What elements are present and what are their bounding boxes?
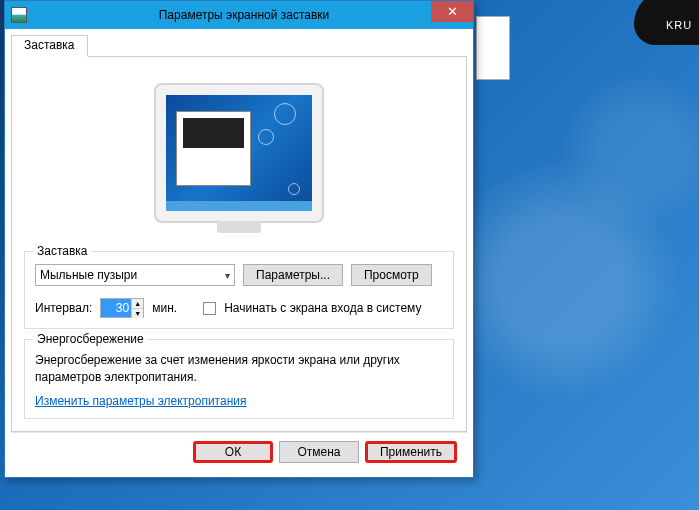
power-description: Энергосбережение за счет изменения яркос… bbox=[35, 352, 443, 386]
tabstrip: Заставка bbox=[11, 35, 467, 57]
tab-page: Заставка Мыльные пузыри ▾ Параметры... П… bbox=[11, 57, 467, 432]
power-group: Энергосбережение Энергосбережение за сче… bbox=[24, 339, 454, 419]
spinner-down-icon[interactable]: ▼ bbox=[132, 309, 143, 318]
login-checkbox-label: Начинать с экрана входа в систему bbox=[224, 301, 421, 315]
screensaver-dialog: Параметры экранной заставки ✕ Заставка bbox=[4, 0, 474, 478]
cancel-button[interactable]: Отмена bbox=[279, 441, 359, 463]
preview-button[interactable]: Просмотр bbox=[351, 264, 432, 286]
preview-area bbox=[24, 69, 454, 241]
interval-unit: мин. bbox=[152, 301, 177, 315]
login-checkbox[interactable] bbox=[203, 302, 216, 315]
settings-button[interactable]: Параметры... bbox=[243, 264, 343, 286]
dialog-client: Заставка Заставка bbox=[5, 29, 473, 477]
power-group-label: Энергосбережение bbox=[33, 332, 148, 346]
monitor-frame bbox=[154, 83, 324, 223]
preview-window bbox=[176, 111, 251, 186]
apply-button[interactable]: Применить bbox=[365, 441, 457, 463]
background-device: KRU bbox=[634, 0, 699, 45]
ok-button[interactable]: ОК bbox=[193, 441, 273, 463]
spinner-up-icon[interactable]: ▲ bbox=[132, 299, 143, 309]
close-icon: ✕ bbox=[447, 4, 458, 19]
interval-spinner[interactable]: ▲ ▼ bbox=[100, 298, 144, 318]
dialog-buttons: ОК Отмена Применить bbox=[11, 432, 467, 471]
chevron-down-icon: ▾ bbox=[225, 270, 230, 281]
background-panel bbox=[476, 16, 510, 80]
interval-input[interactable] bbox=[101, 299, 131, 317]
power-settings-link[interactable]: Изменить параметры электропитания bbox=[35, 394, 246, 408]
screensaver-group: Заставка Мыльные пузыри ▾ Параметры... П… bbox=[24, 251, 454, 329]
screensaver-select-value: Мыльные пузыри bbox=[40, 268, 137, 282]
titlebar: Параметры экранной заставки ✕ bbox=[5, 1, 473, 29]
tab-screensaver[interactable]: Заставка bbox=[11, 35, 88, 57]
screensaver-group-label: Заставка bbox=[33, 244, 92, 258]
window-title: Параметры экранной заставки bbox=[15, 8, 473, 22]
preview-screen bbox=[166, 95, 312, 211]
close-button[interactable]: ✕ bbox=[431, 1, 473, 22]
interval-label: Интервал: bbox=[35, 301, 92, 315]
screensaver-select[interactable]: Мыльные пузыри ▾ bbox=[35, 264, 235, 286]
